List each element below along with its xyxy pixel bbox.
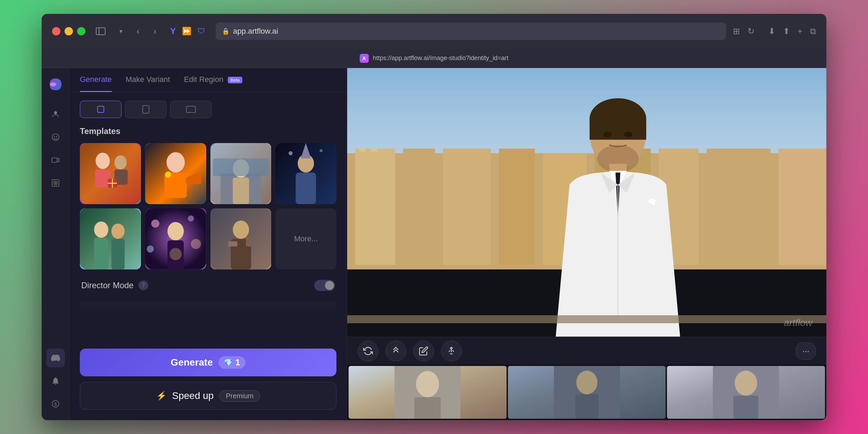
play-sidebar-button[interactable] bbox=[46, 174, 65, 192]
artflow-logo[interactable] bbox=[46, 75, 65, 95]
beta-badge: Beta bbox=[228, 77, 243, 83]
more-options-button[interactable]: ··· bbox=[796, 342, 816, 360]
svg-rect-14 bbox=[186, 106, 195, 112]
svg-rect-0 bbox=[96, 28, 105, 35]
address-bar[interactable]: 🔒 app.artflow.ai bbox=[216, 23, 726, 40]
svg-rect-65 bbox=[778, 149, 826, 265]
traffic-lights bbox=[52, 27, 85, 35]
maximize-window-button[interactable] bbox=[77, 27, 85, 35]
back-button[interactable]: ‹ bbox=[133, 24, 143, 39]
svg-rect-34 bbox=[296, 173, 316, 204]
upscale-button[interactable] bbox=[385, 341, 406, 361]
template-card-1[interactable] bbox=[80, 143, 141, 204]
template-thumbnail-2 bbox=[145, 143, 206, 204]
templates-grid: More... bbox=[80, 143, 336, 269]
svg-rect-85 bbox=[554, 366, 620, 419]
landscape-shape-button[interactable] bbox=[170, 101, 212, 118]
faded-options-section bbox=[80, 301, 336, 315]
generated-image: artflow bbox=[347, 68, 826, 337]
template-thumbnail-3 bbox=[210, 143, 272, 204]
speedup-button[interactable]: ⚡ Speed up Premium bbox=[80, 382, 336, 410]
template-card-5[interactable] bbox=[80, 208, 141, 269]
chevron-down-icon[interactable]: ▾ bbox=[116, 25, 126, 37]
thumbnail-3[interactable] bbox=[667, 366, 825, 419]
square-shape-button[interactable] bbox=[80, 101, 122, 118]
portrait-shape-button[interactable] bbox=[125, 101, 167, 118]
new-tab-icon[interactable]: + bbox=[798, 26, 802, 36]
svg-rect-89 bbox=[713, 366, 779, 419]
svg-rect-13 bbox=[143, 106, 149, 113]
watermark-text: artflow bbox=[784, 317, 812, 328]
edit-region-tab[interactable]: Edit Region Beta bbox=[184, 68, 243, 92]
discord-sidebar-button[interactable] bbox=[46, 349, 65, 367]
generate-button[interactable]: Generate 💎 1 bbox=[80, 349, 336, 376]
panel-body: Templates bbox=[69, 92, 347, 349]
template-card-6[interactable] bbox=[145, 208, 206, 269]
artflow-extension-icon[interactable]: Y bbox=[170, 26, 176, 36]
video-sidebar-button[interactable] bbox=[46, 151, 65, 169]
template-card-4[interactable] bbox=[275, 143, 336, 204]
thumbnail-1[interactable] bbox=[349, 366, 507, 419]
bell-sidebar-button[interactable] bbox=[46, 372, 65, 390]
fast-forward-extension-icon[interactable]: ⏩ bbox=[182, 27, 191, 36]
shield-extension-icon[interactable]: 🛡 bbox=[198, 27, 205, 36]
svg-rect-30 bbox=[233, 178, 249, 204]
minimize-window-button[interactable] bbox=[65, 27, 73, 35]
tabs-icon[interactable]: ⧉ bbox=[810, 26, 816, 36]
template-thumbnail-7 bbox=[210, 208, 272, 269]
shape-selector-row bbox=[80, 101, 336, 118]
director-mode-label: Director Mode bbox=[81, 281, 134, 290]
svg-point-3 bbox=[52, 134, 59, 141]
thumb-image-2 bbox=[508, 366, 666, 419]
translate-icon[interactable]: ⊞ bbox=[733, 26, 740, 36]
template-card-7[interactable] bbox=[210, 208, 272, 269]
browser-action-icons: ⊞ ↻ bbox=[733, 26, 754, 36]
template-thumbnail-5 bbox=[80, 208, 141, 269]
lock-icon: 🔒 bbox=[222, 27, 229, 35]
svg-point-2 bbox=[54, 111, 57, 114]
more-templates-button[interactable]: More... bbox=[275, 208, 336, 269]
svg-rect-66 bbox=[359, 149, 366, 152]
thumbnail-2[interactable] bbox=[508, 366, 666, 419]
svg-rect-54 bbox=[228, 241, 237, 247]
make-variant-tab[interactable]: Make Variant bbox=[126, 68, 170, 92]
templates-section-label: Templates bbox=[80, 126, 336, 136]
svg-point-48 bbox=[167, 222, 184, 240]
browser-toolbar-right: ⬇ ⬆ + ⧉ bbox=[768, 26, 816, 36]
generate-tab[interactable]: Generate bbox=[80, 68, 112, 92]
site-favicon: A bbox=[360, 54, 369, 63]
url-bar: A https://app.artflow.ai/image-studio?id… bbox=[42, 49, 826, 68]
svg-point-74 bbox=[624, 132, 633, 137]
template-card-3[interactable] bbox=[210, 143, 272, 204]
thumb-image-1 bbox=[349, 366, 507, 419]
template-card-2[interactable] bbox=[145, 143, 206, 204]
person-sidebar-button[interactable] bbox=[46, 105, 65, 124]
director-mode-row: Director Mode ? bbox=[80, 280, 336, 291]
forward-button[interactable]: › bbox=[150, 24, 160, 39]
regenerate-button[interactable] bbox=[358, 341, 378, 361]
image-action-bar: ··· bbox=[347, 337, 826, 365]
reload-icon[interactable]: ↻ bbox=[748, 26, 754, 36]
dollar-sidebar-button[interactable]: $ bbox=[46, 394, 65, 413]
premium-badge: Premium bbox=[219, 390, 260, 402]
director-mode-toggle[interactable] bbox=[314, 280, 335, 291]
url-text: app.artflow.ai bbox=[233, 27, 278, 36]
download-icon[interactable]: ⬇ bbox=[768, 26, 775, 36]
share-icon[interactable]: ⬆ bbox=[783, 26, 790, 36]
face-sidebar-button[interactable] bbox=[46, 128, 65, 147]
director-mode-help-button[interactable]: ? bbox=[139, 281, 148, 290]
svg-rect-58 bbox=[403, 149, 435, 265]
edit-button[interactable] bbox=[413, 341, 434, 361]
portrait-person bbox=[462, 95, 774, 337]
template-thumbnail-4 bbox=[275, 143, 336, 204]
thumb-image-3 bbox=[667, 366, 825, 419]
sidebar-toggle-button[interactable] bbox=[92, 25, 109, 37]
pose-button[interactable] bbox=[441, 341, 462, 361]
lightning-icon: ⚡ bbox=[156, 391, 167, 401]
svg-point-77 bbox=[451, 347, 452, 349]
svg-rect-41 bbox=[94, 238, 108, 269]
close-window-button[interactable] bbox=[52, 27, 60, 35]
image-panel: artflow bbox=[347, 68, 826, 420]
svg-point-37 bbox=[320, 149, 323, 152]
svg-rect-6 bbox=[52, 158, 57, 162]
